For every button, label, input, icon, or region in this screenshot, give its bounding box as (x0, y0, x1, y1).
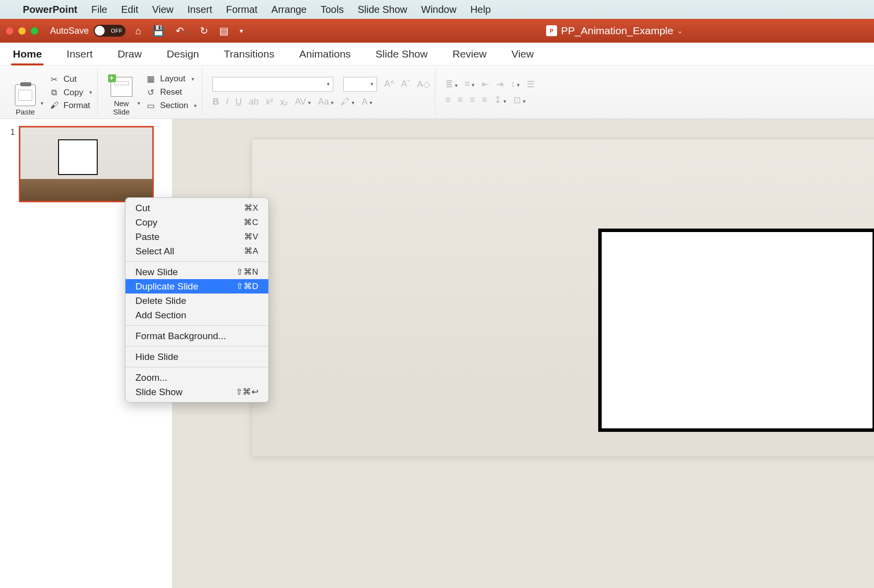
menu-file[interactable]: File (91, 4, 107, 15)
context-separator (125, 367, 268, 367)
align-text-icon[interactable]: ⊡▾ (513, 95, 526, 106)
chevron-down-icon: ▾ (371, 81, 374, 87)
character-spacing-icon[interactable]: AV▾ (295, 97, 311, 107)
tab-view[interactable]: View (510, 43, 535, 65)
line-spacing-icon[interactable]: ↕▾ (510, 79, 520, 89)
customize-qat-icon[interactable]: ▾ (240, 27, 243, 35)
menu-tools[interactable]: Tools (320, 4, 344, 15)
reset-button[interactable]: ↺Reset (145, 87, 197, 98)
context-new-slide[interactable]: New Slide⇧⌘N (125, 265, 268, 279)
bold-icon[interactable]: B (212, 97, 219, 107)
menu-insert[interactable]: Insert (187, 4, 212, 15)
clear-formatting-icon[interactable]: A◇ (417, 79, 430, 90)
section-button[interactable]: ▭Section▾ (145, 101, 197, 111)
layout-button[interactable]: ▦Layout▾ (145, 74, 197, 84)
decrease-indent-icon[interactable]: ⇤ (482, 79, 489, 90)
context-cut[interactable]: Cut⌘X (125, 201, 268, 215)
font-name-combo[interactable]: ▾ (212, 77, 333, 92)
minimize-window-button[interactable] (18, 27, 26, 35)
paste-button[interactable]: Paste (12, 68, 39, 116)
cut-button[interactable]: ✂Cut (49, 74, 92, 85)
menu-edit[interactable]: Edit (121, 4, 138, 15)
autosave-toggle[interactable]: OFF (94, 25, 125, 37)
cm-label: Cut (135, 203, 150, 214)
slide-thumbnail-row: 1 (6, 126, 166, 202)
align-center-icon[interactable]: ≡ (457, 95, 463, 105)
context-delete-slide[interactable]: Delete Slide (125, 294, 268, 308)
close-window-button[interactable] (6, 27, 13, 35)
strikethrough-icon[interactable]: ab (249, 97, 258, 107)
undo-icon[interactable]: ↶▾ (176, 25, 189, 37)
tab-draw[interactable]: Draw (117, 43, 143, 65)
superscript-icon[interactable]: x² (265, 97, 273, 107)
copy-icon: ⧉ (49, 88, 60, 98)
chevron-down-icon: ▾ (194, 103, 197, 109)
from-beginning-icon[interactable]: ▤ (219, 25, 229, 37)
new-slide-dropdown-icon[interactable]: ▾ (137, 100, 140, 107)
tab-insert[interactable]: Insert (65, 43, 94, 65)
columns-icon[interactable]: ☰ (527, 79, 535, 90)
tab-animations[interactable]: Animations (298, 43, 352, 65)
format-label: Format (63, 101, 90, 111)
context-menu: Cut⌘X Copy⌘C Paste⌘V Select All⌘A New Sl… (125, 197, 269, 403)
increase-font-icon[interactable]: A^ (384, 79, 394, 89)
menu-window[interactable]: Window (421, 4, 456, 15)
paste-dropdown-icon[interactable]: ▾ (41, 100, 44, 107)
change-case-icon[interactable]: Aa▾ (318, 97, 334, 107)
context-format-background[interactable]: Format Background... (125, 329, 268, 343)
context-slide-show[interactable]: Slide Show⇧⌘↩ (125, 385, 268, 399)
tab-design[interactable]: Design (166, 43, 200, 65)
slide-canvas-area[interactable] (173, 119, 874, 588)
align-left-icon[interactable]: ≡ (445, 95, 451, 105)
subscript-icon[interactable]: x₂ (280, 97, 288, 108)
align-right-icon[interactable]: ≡ (470, 95, 475, 105)
menu-slideshow[interactable]: Slide Show (358, 4, 407, 15)
save-icon[interactable]: 💾 (152, 25, 165, 37)
layout-label: Layout (160, 74, 186, 84)
context-add-section[interactable]: Add Section (125, 308, 268, 322)
font-color-icon[interactable]: A▾ (362, 97, 373, 107)
picture-frame-shape[interactable] (598, 229, 874, 432)
context-duplicate-slide[interactable]: Duplicate Slide⇧⌘D (125, 279, 268, 294)
paintbrush-icon: 🖌 (49, 101, 60, 111)
new-slide-icon (111, 77, 132, 97)
bullets-icon[interactable]: ≣▾ (445, 79, 458, 90)
font-size-combo[interactable]: ▾ (343, 77, 377, 92)
menu-view[interactable]: View (152, 4, 174, 15)
italic-icon[interactable]: I (226, 97, 228, 107)
cm-label: Duplicate Slide (135, 281, 198, 292)
menu-arrange[interactable]: Arrange (271, 4, 307, 15)
text-direction-icon[interactable]: ↧▾ (494, 95, 506, 106)
menu-help[interactable]: Help (470, 4, 491, 15)
redo-icon[interactable]: ↻ (200, 25, 208, 37)
zoom-window-button[interactable] (31, 27, 38, 35)
context-copy[interactable]: Copy⌘C (125, 215, 268, 230)
new-slide-button[interactable]: NewSlide (108, 68, 135, 116)
slide-canvas[interactable] (252, 139, 874, 456)
home-icon[interactable]: ⌂ (135, 25, 141, 37)
numbering-icon[interactable]: ≡▾ (465, 79, 475, 89)
cm-label: Copy (135, 217, 157, 228)
document-title[interactable]: P PP_Animation_Example ⌄ (546, 19, 683, 43)
quick-access-toolbar: ⌂ 💾 ↶▾ ↻ ▤ ▾ (135, 25, 243, 37)
justify-icon[interactable]: ≡ (482, 95, 487, 105)
slide-thumbnail-1[interactable] (19, 126, 154, 202)
tab-home[interactable]: Home (12, 43, 43, 65)
app-name[interactable]: PowerPoint (23, 4, 77, 15)
tab-transitions[interactable]: Transitions (223, 43, 275, 65)
cm-label: Format Background... (135, 331, 226, 342)
context-paste[interactable]: Paste⌘V (125, 230, 268, 244)
autosave: AutoSave OFF (50, 25, 125, 37)
context-hide-slide[interactable]: Hide Slide (125, 350, 268, 364)
context-select-all[interactable]: Select All⌘A (125, 244, 268, 258)
tab-slideshow[interactable]: Slide Show (375, 43, 429, 65)
copy-button[interactable]: ⧉Copy▾ (49, 88, 92, 98)
increase-indent-icon[interactable]: ⇥ (496, 79, 503, 90)
underline-icon[interactable]: U (235, 97, 242, 107)
decrease-font-icon[interactable]: Aˇ (401, 79, 410, 89)
format-painter-button[interactable]: 🖌Format (49, 101, 92, 111)
tab-review[interactable]: Review (451, 43, 488, 65)
context-zoom[interactable]: Zoom... (125, 370, 268, 385)
menu-format[interactable]: Format (226, 4, 257, 15)
highlight-icon[interactable]: 🖍▾ (341, 97, 355, 107)
